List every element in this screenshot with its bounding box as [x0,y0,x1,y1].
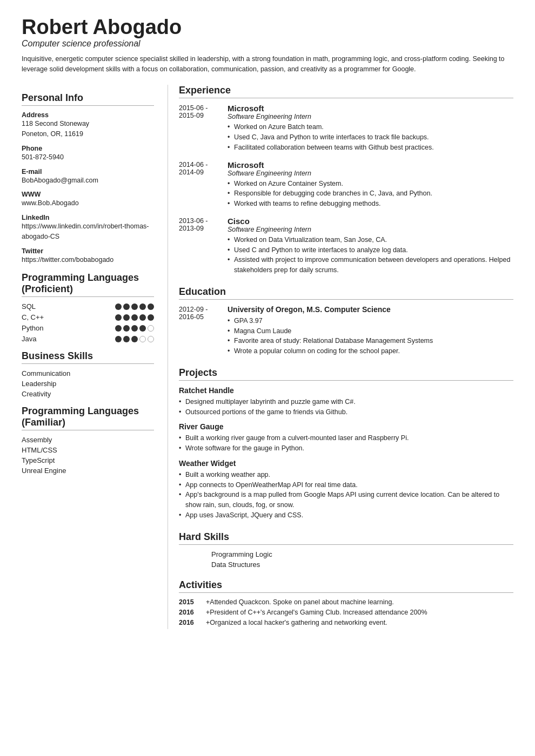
activity-year: 2015 [179,598,200,606]
header: Robert Abogado Computer science professi… [22,16,513,74]
activity-text: +Organized a local hacker's gathering an… [206,619,513,626]
twitter-value: https://twitter.com/bobabogado [22,255,154,265]
exp-role: Software Engineering Intern [228,113,513,120]
activity-row: 2015+Attended Quackcon. Spoke on panel a… [179,598,513,606]
project-bullet: App's background is a map pulled from Go… [179,490,513,510]
exp-bullet: Assisted with project to improve communi… [228,255,513,275]
hard-skills-list: Programming LogicData Structures [179,550,513,569]
dot-filled [115,314,122,321]
dot-filled [131,325,138,332]
project-title: Ratchet Handle [179,386,513,395]
business-skill-item: Leadership [22,380,154,388]
activity-year: 2016 [179,609,200,616]
familiar-skill-item: HTML/CSS [22,446,154,454]
projects-title: Projects [179,367,513,381]
exp-dates: 2015-06 -2015-09 [179,104,228,152]
hard-skill-item: Programming Logic [179,550,513,558]
familiar-skill-item: TypeScript [22,456,154,464]
linkedin-label: LinkedIn [22,214,154,221]
dot-filled [123,303,130,310]
dot-filled [115,325,122,332]
left-column: Personal Info Address 118 Second Stonewa… [22,85,168,629]
dot-filled [148,314,154,321]
dot-filled [115,303,122,310]
hard-skill-item: Data Structures [179,561,513,569]
exp-bullets: Worked on Data Virtualization team, San … [228,235,513,275]
skill-dots [115,314,154,321]
dot-filled [148,303,154,310]
business-skill-item: Communication [22,369,154,377]
skill-dots [115,303,154,310]
prog-proficient-title: Programming Languages (Proficient) [22,272,154,297]
exp-bullet: Worked on Azure Batch team. [228,122,513,132]
skill-row: SQL [22,302,154,310]
exp-bullet: Worked with teams to refine debugging me… [228,199,513,209]
dot-filled [139,314,146,321]
edu-bullet: Wrote a popular column on coding for the… [228,346,513,356]
email-value: BobAbogado@gmail.com [22,176,154,186]
summary: Inquisitive, energetic computer science … [22,54,513,75]
project-bullet: Designed multiplayer labyrinth and puzzl… [179,397,513,407]
dot-filled [115,336,122,342]
dot-filled [139,325,146,332]
exp-bullet: Used C and Python to write interfaces to… [228,245,513,255]
activity-text: +Attended Quackcon. Spoke on panel about… [206,598,513,606]
project-bullets: Built a working weather app.App connects… [179,470,513,521]
exp-content: CiscoSoftware Engineering InternWorked o… [228,217,513,275]
edu-school: University of Oregon, M.S. Computer Scie… [228,305,513,314]
experience-title: Experience [179,85,513,98]
project-bullet: Wrote software for the gauge in Python. [179,443,513,454]
project-bullet: Built a working river gauge from a culve… [179,433,513,443]
dot-filled [131,314,138,321]
dot-empty [139,336,146,342]
email-label: E-mail [22,168,154,176]
skill-row: C, C++ [22,313,154,321]
personal-info-title: Personal Info [22,92,154,106]
dot-filled [123,314,130,321]
activity-row: 2016+Organized a local hacker's gatherin… [179,619,513,626]
project-title: Weather Widget [179,459,513,468]
edu-bullet: Magna Cum Laude [228,326,513,336]
edu-dates: 2012-09 -2016-05 [179,305,228,356]
exp-bullets: Worked on Azure Batch team.Used C, Java … [228,122,513,152]
skill-row: Python [22,324,154,332]
business-skills-list: CommunicationLeadershipCreativity [22,369,154,398]
edu-bullet: GPA 3.97 [228,316,513,326]
skill-name: C, C++ [22,313,44,321]
subtitle: Computer science professional [22,39,513,49]
education-list: 2012-09 -2016-05University of Oregon, M.… [179,305,513,356]
address-value: 118 Second StonewayPoneton, OR, 11619 [22,119,154,139]
education-entry: 2012-09 -2016-05University of Oregon, M.… [179,305,513,356]
experience-entry: 2014-06 -2014-09MicrosoftSoftware Engine… [179,160,513,209]
activity-year: 2016 [179,619,200,626]
exp-bullet: Worked on Azure Container System. [228,179,513,189]
right-column: Experience 2015-06 -2015-09MicrosoftSoft… [168,85,513,629]
edu-bullet: Favorite area of study: Relational Datab… [228,336,513,346]
exp-company: Microsoft [228,104,513,113]
exp-company: Cisco [228,217,513,226]
linkedin-value: https://www.linkedin.com/in/robert-thoma… [22,221,154,242]
project-bullets: Built a working river gauge from a culve… [179,433,513,454]
activities-title: Activities [179,579,513,593]
exp-content: MicrosoftSoftware Engineering InternWork… [228,160,513,209]
exp-content: MicrosoftSoftware Engineering InternWork… [228,104,513,152]
dot-empty [148,325,154,332]
exp-bullet: Responsible for debugging code branches … [228,188,513,199]
project-bullet: Outsourced portions of the game to frien… [179,407,513,417]
edu-content: University of Oregon, M.S. Computer Scie… [228,305,513,356]
proficient-skills-list: SQLC, C++PythonJava [22,302,154,343]
education-title: Education [179,286,513,300]
exp-company: Microsoft [228,160,513,170]
dot-filled [139,303,146,310]
exp-role: Software Engineering Intern [228,170,513,177]
activity-row: 2016+President of C++'s Arcangel's Gamin… [179,609,513,616]
familiar-skills-list: AssemblyHTML/CSSTypeScriptUnreal Engine [22,436,154,475]
exp-role: Software Engineering Intern [228,226,513,233]
exp-bullet: Facilitated collaboration between teams … [228,143,513,153]
project-bullets: Designed multiplayer labyrinth and puzzl… [179,397,513,417]
twitter-label: Twitter [22,247,154,255]
project-title: River Gauge [179,422,513,431]
dot-filled [123,336,130,342]
skill-dots [115,325,154,332]
familiar-skill-item: Unreal Engine [22,467,154,475]
